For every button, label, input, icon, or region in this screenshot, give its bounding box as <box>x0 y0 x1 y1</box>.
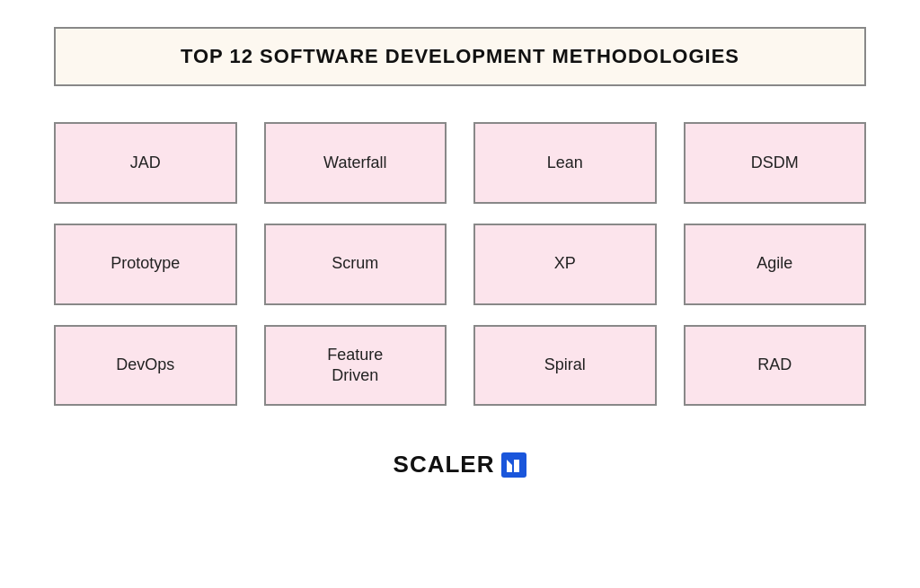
card-label: Agile <box>756 253 792 274</box>
card-label: Lean <box>547 153 583 173</box>
card-label: JAD <box>130 153 161 173</box>
svg-rect-2 <box>514 460 519 472</box>
svg-rect-1 <box>507 465 512 472</box>
card-label: Spiral <box>544 355 586 375</box>
methodology-card: Waterfall <box>264 122 447 204</box>
methodology-card: Lean <box>473 122 657 204</box>
card-label: Waterfall <box>323 153 386 173</box>
card-label: DevOps <box>116 355 174 375</box>
page-title: TOP 12 SOFTWARE DEVELOPMENT METHODOLOGIE… <box>181 45 739 67</box>
card-label: DSDM <box>751 153 799 173</box>
card-label: Scrum <box>332 253 378 274</box>
scaler-icon <box>501 452 526 478</box>
methodology-grid: JADWaterfallLeanDSDMPrototypeScrumXPAgil… <box>54 122 866 406</box>
methodology-card: DevOps <box>54 325 237 407</box>
methodology-card: JAD <box>54 122 237 204</box>
card-label: Prototype <box>111 253 180 274</box>
methodology-card: XP <box>473 224 657 305</box>
methodology-card: Scrum <box>264 224 447 305</box>
title-box: TOP 12 SOFTWARE DEVELOPMENT METHODOLOGIE… <box>54 27 866 86</box>
footer: SCALER <box>394 451 527 478</box>
methodology-card: RAD <box>684 325 867 407</box>
methodology-card: Feature Driven <box>264 325 447 407</box>
methodology-card: Spiral <box>473 325 657 407</box>
brand-name: SCALER <box>394 451 495 478</box>
card-label: RAD <box>757 355 792 375</box>
methodology-card: Agile <box>684 224 867 305</box>
methodology-card: DSDM <box>684 122 867 204</box>
card-label: XP <box>554 253 576 274</box>
methodology-card: Prototype <box>54 224 237 305</box>
card-label: Feature Driven <box>327 345 383 387</box>
